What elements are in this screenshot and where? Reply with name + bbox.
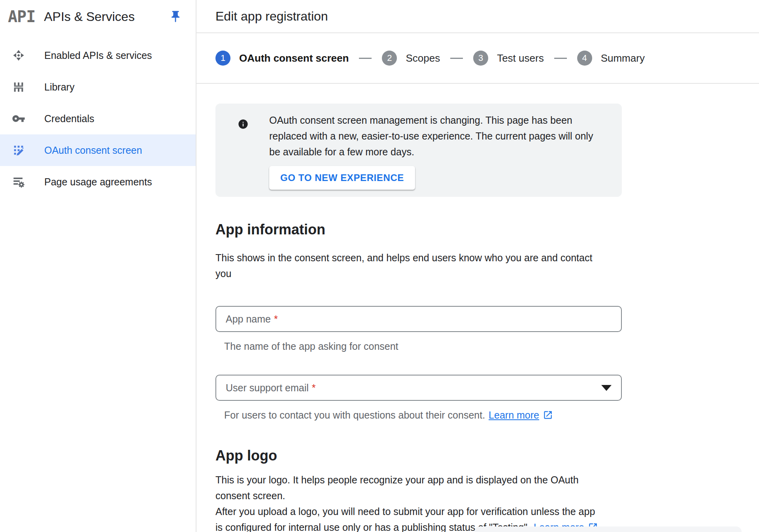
description-line: After you upload a logo, you will need t…	[215, 504, 759, 519]
sidebar-item-label: Credentials	[44, 113, 94, 125]
main-header: Edit app registration	[196, 0, 759, 33]
step-number-badge: 4	[577, 51, 592, 66]
sidebar-header: API APIs & Services	[0, 0, 196, 33]
step-oauth-consent-screen[interactable]: 1 OAuth consent screen	[215, 51, 349, 66]
app-name-placeholder: App name	[226, 313, 271, 325]
app-information-description: This shows in the consent screen, and he…	[215, 250, 759, 281]
sidebar-item-label: Library	[44, 81, 74, 93]
go-to-new-experience-button[interactable]: GO TO NEW EXPERIENCE	[269, 166, 415, 190]
sidebar-item-library[interactable]: Library	[0, 71, 196, 103]
app-information-heading: App information	[215, 221, 759, 238]
sidebar-item-label: Page usage agreements	[44, 176, 152, 188]
app-logo-heading: App logo	[215, 447, 759, 464]
pin-icon[interactable]	[169, 10, 182, 23]
app-window: API APIs & Services	[0, 0, 759, 532]
enabled-apis-icon	[12, 49, 25, 62]
sidebar-item-enabled-apis[interactable]: Enabled APIs & services	[0, 40, 196, 71]
page-content: OAuth consent screen management is chang…	[196, 104, 759, 532]
banner-line: OAuth consent screen management is chang…	[269, 112, 622, 128]
key-icon	[12, 112, 25, 125]
deprecation-banner: OAuth consent screen management is chang…	[215, 104, 622, 197]
required-asterisk: *	[274, 313, 278, 325]
sidebar-item-label: OAuth consent screen	[44, 145, 142, 156]
app-name-helper: The name of the app asking for consent	[224, 338, 759, 354]
app-name-input[interactable]: App name *	[215, 306, 622, 332]
sidebar: API APIs & Services	[0, 0, 196, 532]
oauth-consent-icon	[12, 143, 25, 157]
sidebar-item-credentials[interactable]: Credentials	[0, 103, 196, 134]
banner-line: replaced with a new, easier-to-use exper…	[269, 128, 622, 144]
step-scopes[interactable]: 2 Scopes	[382, 51, 440, 66]
api-logo: API	[8, 8, 35, 26]
step-summary[interactable]: 4 Summary	[577, 51, 645, 66]
banner-line: be available for a few more days.	[269, 144, 622, 160]
info-icon	[238, 119, 249, 130]
page-title: Edit app registration	[215, 9, 328, 24]
description-line: consent screen.	[215, 488, 759, 504]
dropdown-arrow-icon	[601, 385, 612, 391]
library-icon	[12, 80, 25, 94]
user-support-email-placeholder: User support email	[226, 382, 309, 394]
step-connector	[450, 58, 463, 59]
step-number-badge: 2	[382, 51, 397, 66]
list-gear-icon	[12, 175, 25, 189]
step-label: Scopes	[406, 52, 440, 64]
learn-more-link[interactable]: Learn more	[489, 407, 539, 423]
user-support-email-select[interactable]: User support email *	[215, 375, 622, 401]
helper-text: For users to contact you with questions …	[224, 407, 485, 423]
external-link-icon[interactable]	[543, 410, 553, 420]
description-line: This is your logo. It helps people recog…	[215, 472, 759, 488]
step-connector	[554, 58, 567, 59]
main-area: Edit app registration 1 OAuth consent sc…	[196, 0, 759, 532]
description-line: This shows in the consent screen, and he…	[215, 250, 759, 266]
cutoff-element	[474, 526, 742, 532]
product-title: APIs & Services	[44, 9, 169, 24]
step-label: Test users	[497, 52, 544, 64]
step-number-badge: 1	[215, 51, 230, 66]
description-line: you	[215, 266, 759, 281]
sidebar-item-oauth-consent-screen[interactable]: OAuth consent screen	[0, 134, 196, 166]
required-asterisk: *	[312, 382, 316, 394]
banner-message: OAuth consent screen management is chang…	[269, 112, 622, 160]
step-label: Summary	[601, 52, 645, 64]
step-test-users[interactable]: 3 Test users	[473, 51, 544, 66]
step-label: OAuth consent screen	[239, 52, 349, 64]
app-logo-description: This is your logo. It helps people recog…	[215, 472, 759, 532]
step-connector	[359, 58, 372, 59]
user-support-email-helper: For users to contact you with questions …	[224, 407, 759, 423]
sidebar-item-page-usage-agreements[interactable]: Page usage agreements	[0, 166, 196, 198]
sidebar-nav: Enabled APIs & services Library	[0, 33, 196, 198]
step-number-badge: 3	[473, 51, 488, 66]
sidebar-item-label: Enabled APIs & services	[44, 50, 152, 61]
wizard-stepper: 1 OAuth consent screen 2 Scopes 3 Test u…	[196, 33, 759, 84]
